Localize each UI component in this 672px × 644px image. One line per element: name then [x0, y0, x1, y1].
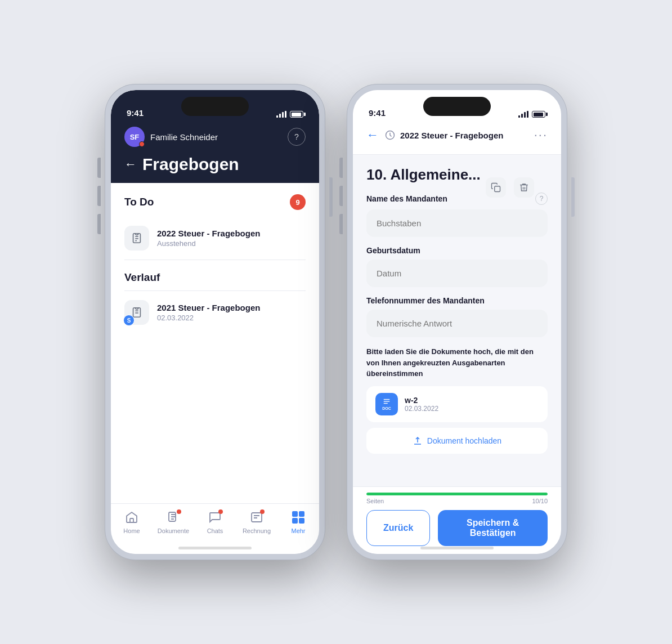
- verlauf-item-date: 02.03.2022: [157, 314, 306, 322]
- todo-badge: 9: [290, 194, 306, 210]
- svg-rect-7: [130, 518, 133, 522]
- status-icons-2: [518, 111, 545, 118]
- field-geburtsdatum: Geburtsdatum: [366, 246, 548, 287]
- name-input[interactable]: [366, 209, 548, 237]
- nav-chats-label: Chats: [207, 527, 223, 534]
- progress-left-label: Seiten: [366, 498, 384, 504]
- progress-labels: Seiten 10/10: [366, 498, 548, 504]
- more-options-button[interactable]: ···: [534, 128, 548, 142]
- rechnung-icon: [249, 509, 265, 525]
- svg-rect-9: [252, 513, 262, 522]
- doc-info: w-2 02.03.2022: [405, 396, 438, 413]
- telefon-input[interactable]: [366, 310, 548, 337]
- header-user-row: SF Familie Schneider ?: [111, 121, 319, 147]
- question-title: 10. Allgemeine...: [366, 166, 481, 184]
- progress-container: Seiten 10/10: [366, 493, 548, 504]
- upload-section: Bitte laden Sie die Dokumente hoch, die …: [366, 346, 548, 454]
- signal-bar-1: [276, 115, 278, 118]
- verlauf-icon-wrap: S: [124, 300, 149, 325]
- battery-icon: [290, 111, 303, 118]
- battery-fill-2: [534, 113, 543, 117]
- upload-button[interactable]: Dokument hochladen: [366, 428, 548, 454]
- phone2-title-text: 2022 Steuer - Fragebogen: [400, 131, 503, 140]
- save-confirm-button[interactable]: Speichern & Bestätigen: [438, 510, 548, 546]
- back-arrow-icon[interactable]: ←: [124, 157, 137, 172]
- todo-title: To Do: [124, 196, 154, 208]
- home-bar-2: [420, 547, 494, 549]
- nav-dokumente-label: Dokumente: [158, 527, 189, 534]
- doc-date: 02.03.2022: [405, 405, 438, 413]
- phone2-header-row: ← 2022 Steuer - Fragebogen ···: [353, 121, 561, 142]
- field-help-icon[interactable]: ?: [535, 193, 548, 205]
- field-name: Name des Mandanten ?: [366, 193, 548, 237]
- todo-item-title: 2022 Steuer - Fragebogen: [157, 229, 306, 238]
- doc-icon: DOC: [375, 393, 398, 415]
- question-actions: [486, 177, 534, 198]
- footer-buttons: Zurück Speichern & Bestätigen: [366, 510, 548, 546]
- notch2: [423, 97, 491, 116]
- mehr-icon: [290, 509, 306, 525]
- dokumente-dot: [177, 509, 181, 514]
- field-geburtsdatum-label: Geburtsdatum: [366, 246, 420, 255]
- field-telefon-label-row: Telefonnummer des Mandanten: [366, 296, 548, 305]
- phone2-header-title: 2022 Steuer - Fragebogen: [384, 129, 528, 141]
- sb2: [521, 114, 523, 118]
- field-telefon-label: Telefonnummer des Mandanten: [366, 296, 485, 305]
- clock-icon: [384, 129, 396, 141]
- doc-type: DOC: [382, 406, 391, 410]
- header-title-row: ← Fragebogen: [111, 147, 319, 174]
- question-header: 10. Allgemeine...: [366, 166, 548, 184]
- sb4: [527, 111, 528, 118]
- svg-rect-11: [495, 186, 500, 192]
- signal-bars-icon: [276, 111, 286, 118]
- upload-btn-label: Dokument hochladen: [427, 436, 501, 445]
- verlauf-item-title: 2021 Steuer - Fragebogen: [157, 303, 306, 312]
- todo-section-header: To Do 9: [111, 183, 319, 217]
- verlauf-item-1[interactable]: S 2021 Steuer - Fragebogen 02.03.2022: [111, 291, 319, 334]
- status-time: 9:41: [127, 108, 144, 118]
- avatar: SF: [124, 127, 145, 147]
- battery-fill: [292, 113, 301, 117]
- progress-fill: [366, 493, 548, 495]
- status-time-2: 9:41: [369, 108, 386, 118]
- sb3: [524, 112, 526, 118]
- questionnaire-icon: [124, 226, 149, 251]
- copy-button[interactable]: [486, 177, 506, 198]
- trash-icon: [519, 182, 529, 193]
- sb1: [518, 115, 520, 118]
- back-button-2[interactable]: ←: [366, 128, 379, 142]
- username-label: Familie Schneider: [150, 132, 288, 142]
- nav-mehr[interactable]: Mehr: [277, 509, 319, 534]
- phone1: 9:41 SF Fam: [105, 84, 325, 560]
- delete-button[interactable]: [514, 177, 534, 198]
- help-button[interactable]: ?: [288, 128, 306, 146]
- nav-rechnung-label: Rechnung: [243, 527, 271, 534]
- chats-icon: [207, 509, 223, 525]
- nav-chats[interactable]: Chats: [194, 509, 236, 534]
- avatar-dot: [139, 141, 145, 147]
- home-bar: [178, 547, 252, 549]
- signal-bar-3: [282, 112, 284, 118]
- verlauf-badge: S: [123, 315, 135, 326]
- dokumente-icon: [165, 509, 181, 525]
- doc-lines-icon: [383, 397, 391, 405]
- progress-track: [366, 493, 548, 495]
- nav-home[interactable]: Home: [111, 509, 153, 534]
- avatar-initials: SF: [130, 133, 140, 141]
- verlauf-section-header: Verlauf: [111, 260, 319, 290]
- upload-label: Bitte laden Sie die Dokumente hoch, die …: [366, 346, 548, 379]
- status-icons: [276, 111, 303, 118]
- copy-icon: [491, 182, 501, 193]
- phone1-content: To Do 9 2022 Steuer - Fragebogen Aussteh…: [111, 183, 319, 503]
- nav-dokumente[interactable]: Dokumente: [153, 509, 194, 534]
- nav-rechnung[interactable]: Rechnung: [236, 509, 277, 534]
- signal-bar-4: [285, 111, 286, 118]
- zuruck-button[interactable]: Zurück: [366, 510, 430, 546]
- progress-right-label: 10/10: [532, 498, 548, 504]
- verlauf-title: Verlauf: [124, 271, 160, 284]
- field-name-label: Name des Mandanten: [366, 194, 447, 203]
- todo-item-1[interactable]: 2022 Steuer - Fragebogen Ausstehend: [111, 217, 319, 260]
- chats-dot: [218, 509, 223, 514]
- geburtsdatum-input[interactable]: [366, 260, 548, 287]
- doc-item-w2[interactable]: DOC w-2 02.03.2022: [366, 386, 548, 422]
